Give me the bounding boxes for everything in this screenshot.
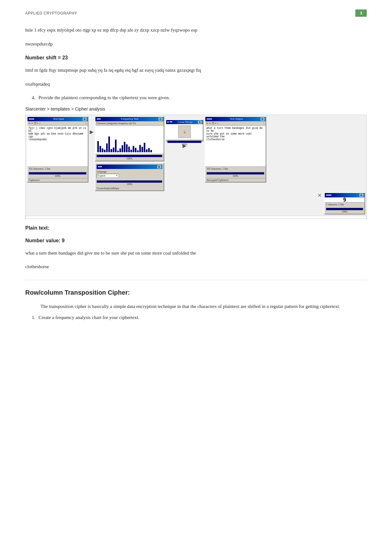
bar-16	[130, 150, 132, 152]
item-4: 4. Provide the plaintext corresponding t…	[25, 94, 367, 102]
page-title: APPLIED CRYPTOGRAPHY	[25, 11, 77, 15]
bar-7	[111, 149, 112, 152]
panel-left-footer: 102 characters, 1 line	[27, 166, 88, 171]
description-box: Caesar – statistical analysis This simpl…	[26, 216, 366, 219]
panel-helper-progress	[97, 180, 162, 183]
section-heading-transposition: Row/column Transposition Cipher:	[25, 289, 367, 296]
panel-right-title: Text Output	[230, 117, 243, 120]
panel-freq-content	[95, 126, 164, 154]
bar-6	[108, 136, 110, 152]
panel-freq-progress	[97, 155, 162, 157]
panel-text-input: ■■■■ Text Input ⊠ ✏ ✂ ☰ ≡ ⌕ ⎓ fgjc	[27, 116, 88, 183]
panel-small-titlebar: ■■■■ ⊠	[325, 193, 365, 197]
section-divider	[25, 280, 367, 280]
screenshot-area: ■■■■ Text Input ⊠ ✏ ✂ ☰ ≡ ⌕ ⎓ fgjc	[25, 115, 367, 219]
language-select[interactable]: English ▼	[97, 174, 119, 178]
bar-4	[104, 150, 106, 152]
bar-3	[102, 148, 103, 152]
panel-small-content: 9	[325, 197, 365, 202]
panel-left-text: fgjc j cdav cgnv kjwmjpnb mm prm vn cx k…	[28, 127, 88, 141]
bar-17	[133, 146, 134, 152]
intro-text-line1: hsle 1 efcy espx mlyolrpd oto rtgp xp ez…	[25, 26, 367, 34]
bar-22	[144, 143, 145, 152]
number-value-label: Number value: 9	[25, 238, 367, 244]
bar-14	[126, 144, 128, 152]
bar-20	[139, 145, 141, 152]
bar-2	[100, 146, 101, 152]
result-text-line1: what a turn them bandages did give me to…	[25, 249, 367, 257]
panel-caesar-progress	[167, 141, 202, 143]
panel-small-footer: 1 character, 1 line	[325, 202, 365, 207]
panel-frequency: ■■■ Frequency Test ⊠ Character (unigrams…	[95, 116, 164, 161]
panel-left-content: fgjc j cdav cgnv kjwmjpnb mm prm vn cx k…	[27, 126, 88, 166]
item-1-text: Create a frequency analysis chart for yo…	[39, 314, 139, 322]
bar-15	[128, 147, 130, 152]
bar-25	[150, 150, 152, 152]
plain-text-label: Plain text:	[25, 225, 367, 231]
panel-right-progress	[207, 172, 264, 175]
breadcrumb: Starcenter > templates > Cipher analysis	[25, 106, 367, 111]
panel-left-title: Text Input	[53, 117, 64, 120]
panel-left-label: Ciphertext	[27, 178, 88, 182]
panel-helper-label: CaesarAnalysisHelper	[97, 187, 162, 190]
bar-23	[146, 149, 148, 152]
panel-right-footer: 102 characters, 1 line	[205, 166, 266, 171]
bar-18	[135, 148, 136, 152]
panel-left-progress	[29, 172, 87, 175]
panel-caesar-decrypt: ▶ ■■ Caesar Decryp ⊠ 🔒 100%	[166, 119, 203, 142]
item-1: 1. Create a frequency analysis chart for…	[25, 314, 367, 322]
item-1-num: 1.	[25, 314, 35, 322]
panel-text-output: ■■■■ Text Output ⊠ ✏ ✂ ☰ ≡ ⌕ ⎓ wha	[205, 116, 266, 183]
panel-left-titlebar: ■■■■ Text Input ⊠	[27, 117, 88, 121]
panel-freq-titlebar: ■■■ Frequency Test ⊠	[95, 117, 164, 121]
bar-21	[142, 147, 143, 152]
panel-helper-titlebar: ■■■ ⊠	[97, 165, 162, 169]
panel-right-titlebar: ■■■■ Text Output ⊠	[205, 117, 266, 121]
intro-paragraph: The transposition cipher is basically a …	[25, 303, 367, 311]
bar-1	[97, 141, 99, 152]
page-header: APPLIED CRYPTOGRAPHY 3	[25, 9, 367, 17]
desc-title: Caesar – statistical analysis	[29, 219, 363, 219]
result-text-line2: clotheshorse	[25, 263, 367, 271]
bar-24	[148, 148, 150, 152]
body-text2-line1: itmf m fgdz ftqy nmzpmsqe pup suhq yq fa…	[25, 66, 367, 75]
intro-text-line2: nwzespdszcdp	[25, 40, 367, 48]
page-number: 3	[355, 9, 367, 17]
arrow-1: ▶	[90, 129, 93, 135]
panel-right-label: Decrypted Ciphertext	[205, 178, 266, 182]
bar-10	[117, 151, 119, 152]
bar-9	[115, 140, 117, 152]
panel-helper: ■■■ ⊠ Language English ▼ 100%	[95, 163, 164, 191]
panel-right-text: what a turn them bandages did give me to…	[206, 127, 264, 141]
panel-left-toolbar: ✏ ✂ ☰ ≡ ⌕ ⎓	[27, 121, 88, 126]
bar-13	[124, 142, 125, 152]
bar-8	[113, 148, 114, 152]
close-button[interactable]: ✕	[317, 192, 322, 214]
bar-11	[119, 148, 121, 152]
number-shift-label: Number shift = 23	[25, 55, 367, 61]
bar-5	[106, 143, 108, 152]
panel-right-content: what a turn them bandages did give me to…	[205, 126, 266, 166]
bar-19	[137, 150, 139, 152]
panel-right-toolbar: ✏ ✂ ☰ ≡ ⌕ ⎓	[205, 121, 266, 126]
body-text2-line2: oxaftqetadeq	[25, 80, 367, 88]
panel-small-progress	[326, 208, 363, 210]
bar-chart	[97, 127, 162, 152]
panel-small: ■■■■ ⊠ 9 1 character, 1 line 100%	[324, 192, 365, 214]
bar-12	[122, 145, 123, 152]
item-4-num: 4.	[25, 94, 35, 102]
item-4-text: Provide the plaintext corresponding to t…	[39, 94, 170, 102]
